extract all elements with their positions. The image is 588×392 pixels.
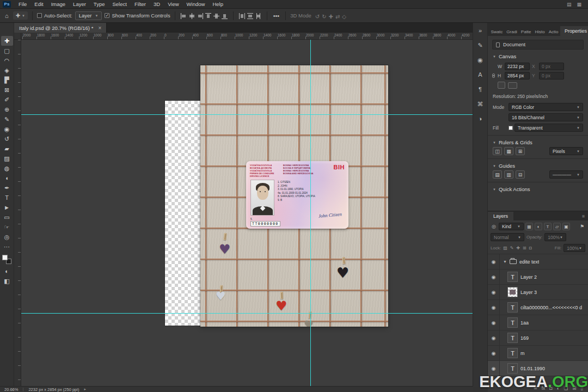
menu-view[interactable]: View — [164, 0, 182, 9]
bit-depth-select[interactable]: 16 Bits/Channel▼ — [509, 113, 583, 121]
edit-toolbar-icon[interactable]: ⋯ — [1, 242, 13, 252]
align-center-horizontal-icon[interactable] — [188, 13, 195, 20]
auto-select-checkbox[interactable]: Auto-Select: — [37, 13, 72, 19]
menu-file[interactable]: File — [15, 0, 30, 9]
units-select[interactable]: Pixels▼ — [549, 147, 583, 155]
guides-section-header[interactable]: ▼Guides — [493, 163, 583, 169]
lock-artboard-icon[interactable]: ⊞ — [523, 246, 526, 250]
y-field[interactable]: 0 px — [539, 72, 564, 79]
document-size-info[interactable]: 2232 px x 2854 px (250 ppi) — [28, 387, 79, 392]
menu-image[interactable]: Image — [47, 0, 69, 9]
new-guide-icon[interactable]: ▤ — [493, 170, 502, 179]
menu-3d[interactable]: 3D — [150, 0, 164, 9]
lasso-tool[interactable]: ◠ — [1, 56, 13, 65]
x-field[interactable]: 0 px — [539, 63, 564, 70]
canvas-fill-select[interactable]: Transparent▼ — [514, 124, 583, 132]
3d-roll-icon[interactable]: ↻ — [321, 14, 327, 20]
clone-stamp-tool[interactable]: ◉ — [1, 124, 13, 134]
layer-row[interactable]: ◉Tcilta0000000...<<<<<<<<0 d — [488, 300, 588, 315]
blend-mode-select[interactable]: Normal▼ — [491, 233, 524, 241]
layer-visibility-icon[interactable]: ◉ — [488, 315, 500, 330]
menu-type[interactable]: Type — [90, 0, 109, 9]
panel-tab-patte[interactable]: Patte — [519, 28, 533, 36]
hand-tool[interactable]: ☞ — [1, 222, 13, 232]
layer-row[interactable]: ◉Layer 3 — [488, 285, 588, 300]
panel-tab-histo[interactable]: Histo — [533, 28, 547, 36]
filter-type-icon[interactable]: ◎ — [491, 224, 497, 229]
lock-position-icon[interactable]: ✚ — [516, 246, 520, 250]
layer-row[interactable]: ◉T1aa — [488, 315, 588, 330]
collapse-panels-icon[interactable]: » — [475, 26, 486, 35]
layer-row[interactable]: ◉TLayer 2 — [488, 270, 588, 285]
text-layer-thumbnail[interactable]: T — [507, 272, 518, 282]
3d-slide-icon[interactable]: ⇄ — [334, 14, 341, 20]
text-layer-thumbnail[interactable]: T — [507, 302, 518, 313]
panel-menu-icon[interactable]: ≡ — [579, 212, 588, 220]
guide-layout-icon[interactable]: ▥ — [504, 170, 513, 179]
gradient-tool[interactable]: ▨ — [1, 154, 13, 163]
dodge-tool[interactable]: ◖ — [1, 173, 13, 183]
layer-row[interactable]: ◉T169 — [488, 330, 588, 346]
share-icon[interactable]: ▤ — [567, 2, 572, 7]
quick-mask-icon[interactable]: ◐ — [1, 266, 13, 276]
brush-tool[interactable]: ✎ — [1, 114, 13, 124]
canvas[interactable]: VOZAČKA DOZVOLAВОЗАЧКА ДОЗВОЛАVOZAČKA DO… — [21, 40, 473, 387]
history-brush-tool[interactable]: ↺ — [1, 134, 13, 144]
clone-source-panel-icon[interactable]: ◉ — [475, 55, 486, 65]
frame-tool[interactable]: ⊠ — [1, 85, 13, 95]
align-right-icon[interactable] — [197, 13, 204, 20]
blur-tool[interactable]: ◍ — [1, 163, 13, 173]
layer-thumbnail[interactable] — [507, 287, 518, 297]
text-layer-thumbnail[interactable]: T — [507, 333, 518, 343]
healing-brush-tool[interactable]: ⊕ — [1, 105, 13, 114]
layer-row[interactable]: ◉▼edite text — [488, 254, 588, 270]
lock-pixels-icon[interactable]: ✎ — [510, 246, 514, 250]
grid-toggle-icon[interactable]: ▦ — [504, 147, 513, 155]
shape-tool[interactable]: ▭ — [1, 212, 13, 222]
clear-guides-icon[interactable]: ⊟ — [516, 170, 525, 179]
filter-type-layers-icon[interactable]: T — [544, 223, 552, 230]
zoom-tool[interactable]: ◎ — [1, 232, 13, 242]
close-tab-icon[interactable]: × — [98, 25, 101, 31]
height-field[interactable]: 2854 px — [505, 72, 530, 79]
vertical-ruler[interactable] — [14, 40, 21, 387]
filter-flag-icon[interactable]: ⚑ — [579, 224, 585, 229]
guide-horizontal[interactable] — [21, 114, 473, 115]
show-transform-checkbox[interactable]: ✓Show Transform Controls — [105, 13, 170, 19]
move-tool[interactable]: ✚ — [1, 36, 13, 46]
quick-actions-section-header[interactable]: ▼Quick Actions — [493, 186, 583, 192]
document-selector[interactable]: Document — [492, 40, 584, 50]
canvas-section-header[interactable]: ▼Canvas — [493, 53, 583, 59]
menu-filter[interactable]: Filter — [131, 0, 150, 9]
layer-row[interactable]: ◉Tm — [488, 346, 588, 361]
kind-filter-select[interactable]: Kind▼ — [499, 223, 524, 230]
glyphs-panel-icon[interactable]: ⌘ — [475, 99, 486, 109]
text-layer-thumbnail[interactable]: T — [507, 348, 518, 358]
layer-visibility-icon[interactable]: ◉ — [488, 254, 500, 269]
pen-tool[interactable]: ✒ — [1, 183, 13, 193]
foreground-color-swatch[interactable] — [2, 255, 8, 260]
fill-select[interactable]: 100%▼ — [564, 244, 585, 252]
layer-visibility-icon[interactable]: ◉ — [488, 330, 500, 345]
menu-window[interactable]: Window — [183, 0, 209, 9]
align-left-icon[interactable] — [180, 13, 187, 20]
landscape-orientation-button[interactable] — [508, 82, 517, 89]
status-popup-icon[interactable]: ▸ — [84, 387, 86, 391]
zoom-level-field[interactable]: 20.66% — [4, 387, 18, 392]
auto-select-dropdown[interactable]: Layer▼ — [75, 11, 102, 20]
rulers-grids-section-header[interactable]: ▼Rulers & Grids — [493, 139, 583, 145]
eraser-tool[interactable]: ▰ — [1, 144, 13, 154]
ruler-corner[interactable] — [14, 33, 21, 40]
lock-transparency-icon[interactable]: ▨ — [503, 246, 507, 250]
align-top-icon[interactable] — [205, 13, 212, 20]
home-icon[interactable]: ⌂ — [3, 13, 10, 19]
ruler-toggle-icon[interactable]: ◫ — [493, 147, 502, 155]
layer-visibility-icon[interactable]: ◉ — [488, 270, 500, 284]
layer-visibility-icon[interactable]: ◉ — [488, 285, 500, 299]
menu-edit[interactable]: Edit — [30, 0, 47, 9]
text-layer-thumbnail[interactable]: T — [507, 363, 518, 373]
guide-horizontal[interactable] — [21, 313, 473, 314]
filter-shape-layers-icon[interactable]: ▱ — [553, 223, 561, 230]
filter-pixel-layers-icon[interactable]: ▦ — [525, 223, 533, 230]
current-tool-preset[interactable]: ✚▼ — [13, 11, 28, 20]
